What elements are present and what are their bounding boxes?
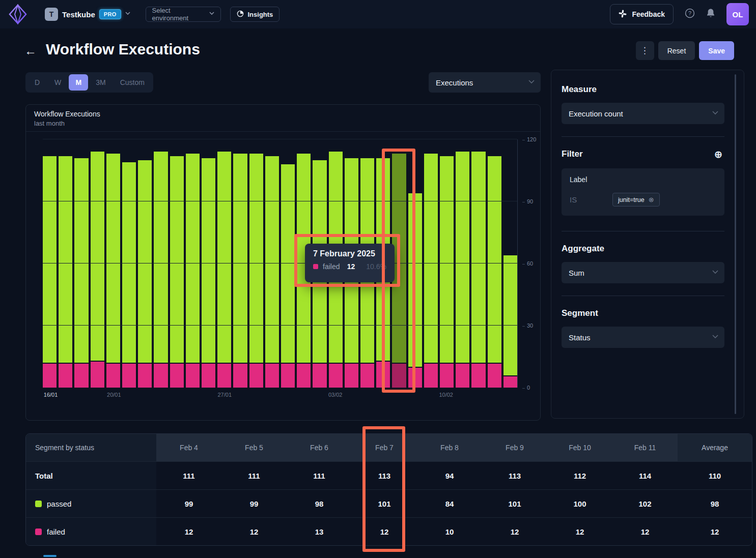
bar-failed-segment xyxy=(170,364,184,388)
tab-custom[interactable]: Custom xyxy=(114,74,151,91)
chart-bar-10-02[interactable] xyxy=(440,156,454,388)
bar-failed-segment xyxy=(91,362,104,388)
chart-bar-23-01[interactable] xyxy=(154,152,167,388)
gridline xyxy=(43,263,517,263)
add-filter-icon[interactable]: ⊕ xyxy=(714,150,722,159)
chart-panel: Workflow Executions last month 030609012… xyxy=(25,104,541,421)
bar-failed-segment xyxy=(265,364,279,388)
failed-swatch xyxy=(35,528,42,535)
svg-text:?: ? xyxy=(688,10,691,16)
more-options-button[interactable]: ⋮ xyxy=(636,41,654,60)
y-axis-label: 90 xyxy=(522,198,543,204)
table-cell: 94 xyxy=(417,462,482,489)
chart-bar-24-01[interactable] xyxy=(170,156,184,388)
chart-bar-26-01[interactable] xyxy=(202,158,215,388)
environment-select[interactable]: Select environment xyxy=(146,7,221,22)
bar-passed-segment xyxy=(456,152,469,363)
horizontal-scrollbar-thumb[interactable] xyxy=(43,555,57,557)
measure-select[interactable]: Execution count xyxy=(562,103,724,124)
chart-bar-09-02[interactable] xyxy=(424,154,438,388)
segment-table: Segment by status Feb 4Feb 5Feb 6Feb 7Fe… xyxy=(25,433,752,546)
bar-passed-segment xyxy=(138,160,152,363)
chart-bar-14-02[interactable] xyxy=(503,255,517,388)
chart-bar-18-01[interactable] xyxy=(74,158,88,388)
chart-header: Workflow Executions last month xyxy=(26,105,540,132)
org-name: Testkube xyxy=(62,10,95,19)
bar-passed-segment xyxy=(503,255,517,375)
testkube-logo-icon[interactable] xyxy=(8,4,27,24)
reset-button[interactable]: Reset xyxy=(658,41,695,60)
table-cell: 12 xyxy=(221,518,287,545)
bar-passed-segment xyxy=(91,152,104,361)
feedback-button[interactable]: Feedback xyxy=(610,4,674,24)
chart-bar-08-02[interactable] xyxy=(408,193,422,388)
chart-bar-17-01[interactable] xyxy=(59,156,72,388)
chart-bar-30-01[interactable] xyxy=(265,156,279,388)
tab-week[interactable]: W xyxy=(48,74,68,91)
environment-select-label: Select environment xyxy=(152,7,205,22)
bell-icon[interactable] xyxy=(706,8,715,20)
chart-bar-22-01[interactable] xyxy=(138,160,152,388)
aggregate-select[interactable]: Sum xyxy=(562,262,724,283)
user-avatar[interactable]: OL xyxy=(726,3,749,25)
tooltip-percent: 10.6% xyxy=(366,262,386,271)
remove-chip-icon[interactable]: ⊗ xyxy=(649,196,654,203)
chart-bar-28-01[interactable] xyxy=(233,154,247,388)
chart-bar-13-02[interactable] xyxy=(488,156,501,388)
chart-bar-19-01[interactable] xyxy=(91,152,104,388)
bar-failed-segment xyxy=(297,364,311,388)
chart-bar-11-02[interactable] xyxy=(456,152,469,388)
save-button[interactable]: Save xyxy=(699,41,734,60)
table-header-cell: Feb 8 xyxy=(417,434,482,461)
pro-badge: PRO xyxy=(99,9,121,19)
bar-passed-segment xyxy=(186,154,200,363)
bar-failed-segment xyxy=(408,368,422,388)
bar-failed-segment xyxy=(59,364,72,388)
table-cell: 111 xyxy=(156,462,221,489)
chart-plot: 030609012016/0120/0127/0103/0210/02 xyxy=(43,139,517,388)
feedback-label: Feedback xyxy=(632,10,665,18)
table-row: failed121213121012121212 xyxy=(26,517,752,545)
chart-bar-21-01[interactable] xyxy=(122,162,136,388)
segment-select[interactable]: Status xyxy=(562,327,724,348)
bar-failed-segment xyxy=(376,362,390,388)
chart-bar-12-02[interactable] xyxy=(471,152,485,388)
bar-passed-segment xyxy=(154,152,167,363)
chart-bar-25-01[interactable] xyxy=(186,154,200,388)
insights-button[interactable]: Insights xyxy=(230,7,280,22)
table-cell: 113 xyxy=(482,462,547,489)
chart-bar-16-01[interactable] xyxy=(43,156,57,388)
segment-heading: Segment xyxy=(562,308,734,318)
chart-bar-27-01[interactable] xyxy=(217,152,231,388)
sidebar-scrollbar[interactable] xyxy=(735,74,736,414)
filter-chip[interactable]: junit=true ⊗ xyxy=(612,193,660,207)
y-axis-line xyxy=(517,139,518,388)
divider xyxy=(562,296,724,296)
bar-passed-segment xyxy=(265,156,279,363)
bar-passed-segment xyxy=(249,154,263,363)
bar-failed-segment xyxy=(249,364,263,388)
tab-3month[interactable]: 3M xyxy=(89,74,112,91)
help-icon[interactable]: ? xyxy=(685,8,695,20)
org-switcher[interactable]: T Testkube PRO xyxy=(45,8,130,21)
insights-label: Insights xyxy=(248,11,273,18)
tab-day[interactable]: D xyxy=(27,74,47,91)
bar-passed-segment xyxy=(74,158,88,363)
table-header-cell: Feb 10 xyxy=(547,434,612,461)
app-root: T Testkube PRO Select environment Insigh… xyxy=(0,0,756,558)
failed-swatch xyxy=(313,264,318,269)
tab-month[interactable]: M xyxy=(69,74,88,91)
config-sidebar: Measure Execution count Filter ⊕ Label I… xyxy=(551,70,744,419)
row-label: Total xyxy=(35,472,53,480)
bar-failed-segment xyxy=(122,364,136,388)
metric-select[interactable]: Executions xyxy=(429,72,541,93)
chart-bar-20-01[interactable] xyxy=(106,154,120,388)
chart-bar-31-01[interactable] xyxy=(281,164,295,388)
back-button[interactable]: ← xyxy=(24,44,37,58)
bar-passed-segment xyxy=(170,156,184,363)
bar-failed-segment xyxy=(424,364,438,388)
x-axis-label: 27/01 xyxy=(218,392,232,398)
chart-bar-29-01[interactable] xyxy=(249,154,263,388)
tooltip-value: 12 xyxy=(347,262,355,271)
x-axis-label: 03/02 xyxy=(328,392,343,398)
